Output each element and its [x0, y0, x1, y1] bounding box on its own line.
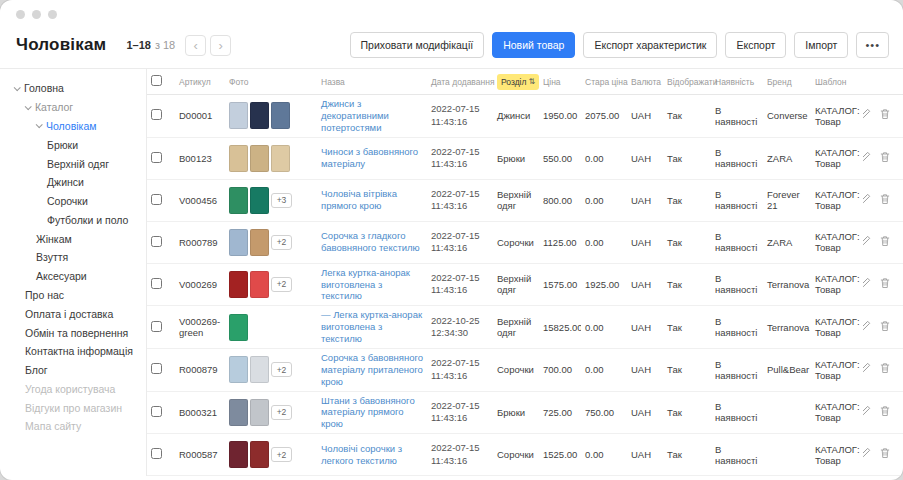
column-header-sorted[interactable]: Розділ ⇅ — [493, 71, 539, 93]
pagination-next-button[interactable]: › — [210, 35, 231, 56]
row-checkbox[interactable] — [151, 152, 162, 163]
column-header[interactable]: Артикул — [175, 74, 225, 90]
more-actions-button[interactable]: ••• — [856, 32, 889, 58]
column-header[interactable]: Бренд — [763, 74, 811, 90]
window-close-button[interactable] — [16, 10, 25, 19]
delete-button[interactable] — [877, 403, 893, 422]
edit-button[interactable] — [863, 403, 873, 422]
column-header[interactable]: Відображати — [663, 74, 711, 90]
product-thumbnail[interactable] — [250, 187, 269, 214]
product-name-link[interactable]: Чоловіча вітрівка прямого крою — [321, 188, 423, 212]
edit-button[interactable] — [863, 318, 873, 337]
product-thumbnail[interactable] — [229, 145, 248, 172]
sidebar-item[interactable]: Мапа сайту — [12, 417, 144, 436]
delete-button[interactable] — [877, 233, 893, 252]
column-header[interactable]: Шаблон — [811, 74, 863, 90]
more-photos-badge[interactable]: +2 — [271, 277, 292, 292]
row-checkbox[interactable] — [151, 278, 162, 289]
row-checkbox[interactable] — [151, 406, 162, 417]
product-thumbnail[interactable] — [271, 102, 290, 129]
sidebar-item[interactable]: Обмін та повернення — [12, 323, 144, 342]
more-photos-badge[interactable]: +3 — [271, 193, 292, 208]
product-thumbnail[interactable] — [250, 399, 269, 426]
column-header[interactable]: Фото — [225, 74, 317, 90]
more-photos-badge[interactable]: +2 — [271, 405, 292, 420]
delete-button[interactable] — [877, 360, 893, 379]
edit-button[interactable] — [863, 233, 873, 252]
sidebar-item[interactable]: Взуття — [12, 248, 144, 267]
hide-modifications-button[interactable]: Приховати модифікації — [350, 32, 485, 58]
row-checkbox[interactable] — [151, 109, 162, 120]
product-thumbnail[interactable] — [229, 356, 248, 383]
column-header[interactable]: Наявність — [711, 74, 763, 90]
sidebar-item[interactable]: Каталог — [12, 98, 144, 117]
delete-button[interactable] — [877, 106, 893, 125]
row-checkbox[interactable] — [151, 363, 162, 374]
product-name-link[interactable]: Штани з бавовняного матеріалу прямого кр… — [321, 395, 423, 431]
product-thumbnail[interactable] — [250, 271, 269, 298]
window-minimize-button[interactable] — [32, 10, 41, 19]
product-thumbnail[interactable] — [229, 271, 248, 298]
column-header[interactable]: Стара ціна — [581, 74, 627, 90]
pagination-prev-button[interactable]: ‹ — [185, 35, 206, 56]
edit-button[interactable] — [863, 106, 873, 125]
export-characteristics-button[interactable]: Експорт характеристик — [583, 32, 717, 58]
sidebar-item[interactable]: Брюки — [12, 135, 144, 154]
delete-button[interactable] — [877, 275, 893, 294]
product-thumbnail[interactable] — [229, 187, 248, 214]
edit-button[interactable] — [863, 360, 873, 379]
sidebar-item[interactable]: Відгуки про магазин — [12, 398, 144, 417]
sidebar-item[interactable]: Чоловікам — [12, 117, 144, 136]
product-thumbnail[interactable] — [250, 356, 269, 383]
column-header[interactable]: Валюта — [627, 74, 663, 90]
product-name-link[interactable]: Сорочка з гладкого бавовняного текстилю — [321, 230, 423, 254]
edit-button[interactable] — [863, 275, 873, 294]
more-photos-badge[interactable]: +2 — [271, 362, 292, 377]
product-thumbnail[interactable] — [229, 102, 248, 129]
sidebar-item[interactable]: Головна — [12, 79, 144, 98]
product-name-link[interactable]: Чоловічі сорочки з легкого текстилю — [321, 443, 423, 467]
product-thumbnail[interactable] — [250, 441, 269, 468]
import-button[interactable]: Імпорт — [794, 32, 848, 58]
more-photos-badge[interactable]: +2 — [271, 235, 292, 250]
column-header[interactable]: Ціна — [539, 74, 581, 90]
delete-button[interactable] — [877, 191, 893, 210]
sidebar-item[interactable]: Сорочки — [12, 192, 144, 211]
product-name-link[interactable]: Легка куртка-анорак виготовлена з тексти… — [321, 267, 423, 303]
delete-button[interactable] — [877, 149, 893, 168]
product-thumbnail[interactable] — [271, 145, 290, 172]
sidebar-item[interactable]: Контактна інформація — [12, 342, 144, 361]
edit-button[interactable] — [863, 149, 873, 168]
product-name-link[interactable]: — Легка куртка-анорак виготовлена з текс… — [321, 309, 423, 345]
product-thumbnail[interactable] — [250, 145, 269, 172]
sidebar-item[interactable]: Футболки и поло — [12, 210, 144, 229]
delete-button[interactable] — [877, 318, 893, 337]
select-all-checkbox[interactable] — [151, 75, 162, 86]
more-photos-badge[interactable]: +2 — [271, 447, 292, 462]
sidebar-item[interactable]: Про нас — [12, 286, 144, 305]
sidebar-item[interactable]: Блог — [12, 361, 144, 380]
row-checkbox[interactable] — [151, 448, 162, 459]
new-product-button[interactable]: Новий товар — [492, 32, 575, 58]
product-thumbnail[interactable] — [229, 314, 248, 341]
window-maximize-button[interactable] — [48, 10, 57, 19]
row-checkbox[interactable] — [151, 194, 162, 205]
sidebar-item[interactable]: Верхній одяг — [12, 154, 144, 173]
sidebar-item[interactable]: Жінкам — [12, 229, 144, 248]
product-thumbnail[interactable] — [250, 229, 269, 256]
edit-button[interactable] — [863, 191, 873, 210]
product-thumbnail[interactable] — [229, 441, 248, 468]
sidebar-item[interactable]: Угода користувача — [12, 380, 144, 399]
delete-button[interactable] — [877, 445, 893, 464]
product-thumbnail[interactable] — [250, 102, 269, 129]
row-checkbox[interactable] — [151, 236, 162, 247]
sidebar-item[interactable]: Джинси — [12, 173, 144, 192]
product-name-link[interactable]: Сорочка з бавовняного матеріалу притален… — [321, 352, 423, 388]
sidebar-item[interactable]: Аксесуари — [12, 267, 144, 286]
row-checkbox[interactable] — [151, 321, 162, 332]
product-name-link[interactable]: Джинси з декоративними потертостями — [321, 98, 423, 134]
sidebar-item[interactable]: Оплата і доставка — [12, 304, 144, 323]
product-thumbnail[interactable] — [229, 399, 248, 426]
column-header[interactable]: Назва — [317, 74, 427, 90]
edit-button[interactable] — [863, 445, 873, 464]
